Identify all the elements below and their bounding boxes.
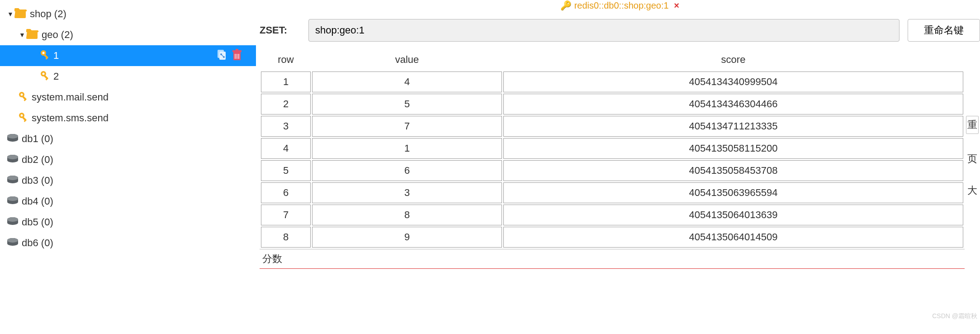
table-row[interactable]: 634054135063965594 (261, 182, 963, 203)
tree-db2[interactable]: db2 (0) (0, 149, 256, 170)
tree-label: 2 (53, 71, 59, 82)
database-icon (6, 217, 19, 228)
tree-key-mail[interactable]: system.mail.send (0, 87, 256, 108)
svg-point-24 (21, 114, 23, 116)
table-cell-score: 4054135064014509 (503, 227, 963, 248)
table-cell-row: 8 (261, 227, 311, 248)
table-cell-value: 6 (312, 160, 502, 181)
table-cell-value: 1 (312, 138, 502, 159)
table-cell-row: 7 (261, 205, 311, 225)
table-cell-value: 7 (312, 116, 502, 137)
database-icon (6, 238, 19, 249)
table-cell-value: 8 (312, 205, 502, 225)
tree-folder-geo[interactable]: ▼ geo (2) (0, 24, 256, 45)
svg-point-28 (7, 134, 18, 138)
table-cell-score: 4054134340999504 (503, 72, 963, 92)
svg-point-1 (43, 52, 45, 54)
tree-label: geo (2) (42, 29, 73, 41)
database-icon (6, 154, 19, 166)
rename-key-button[interactable]: 重命名键 (908, 19, 980, 42)
folder-icon (26, 29, 39, 42)
svg-rect-11 (236, 49, 238, 51)
table-cell-score: 4054134711213335 (503, 116, 963, 137)
key-name-input[interactable] (308, 19, 900, 42)
close-icon[interactable]: × (674, 0, 679, 10)
svg-point-30 (7, 155, 18, 159)
tree-panel: ▼ shop (2) ▼ geo (2) 1 2 (0, 0, 256, 334)
table-header-row[interactable]: row (261, 49, 311, 70)
tree-folder-shop[interactable]: ▼ shop (2) (0, 4, 256, 24)
footer-score-label: 分数 (260, 249, 965, 269)
tree-db5[interactable]: db5 (0) (0, 212, 256, 233)
right-panel: 🔑 redis0::db0::shop:geo:1 × ZSET: 重命名键 r… (256, 0, 980, 334)
tree-label: system.sms.send (32, 112, 109, 124)
table-header-score[interactable]: score (503, 49, 963, 70)
caret-down-icon: ▼ (6, 10, 14, 18)
key-type-label: ZSET: (260, 24, 300, 36)
table-cell-row: 5 (261, 160, 311, 181)
table-cell-row: 2 (261, 94, 311, 115)
svg-point-34 (7, 196, 18, 201)
key-icon (40, 49, 51, 62)
tree-db3[interactable]: db3 (0) (0, 170, 256, 191)
side-button-reload[interactable]: 重 (966, 116, 979, 134)
watermark: CSDN @霜暄秋 (932, 312, 977, 320)
database-icon (6, 175, 19, 186)
table-cell-value: 9 (312, 227, 502, 248)
caret-down-icon: ▼ (18, 31, 26, 38)
tree-label: db2 (0) (22, 154, 53, 166)
table-row[interactable]: 254054134346304466 (261, 94, 963, 115)
tab-title: 🔑 redis0::db0::shop:geo:1 × (260, 0, 980, 11)
table-cell-score: 4054135063965594 (503, 182, 963, 203)
svg-point-20 (21, 93, 23, 95)
table-header-value[interactable]: value (312, 49, 502, 70)
table-cell-value: 4 (312, 72, 502, 92)
side-label-size: 大 (967, 184, 977, 197)
database-icon (6, 134, 19, 145)
side-controls: 重 页 大 (965, 48, 980, 334)
table-row[interactable]: 894054135064014509 (261, 227, 963, 248)
key-icon (40, 70, 51, 83)
tree-db6[interactable]: db6 (0) (0, 233, 256, 253)
table-cell-row: 6 (261, 182, 311, 203)
tree-label: db4 (0) (22, 196, 53, 207)
table-cell-score: 4054135058115200 (503, 138, 963, 159)
tree-key-1[interactable]: 1 (0, 45, 256, 66)
table-cell-score: 4054134346304466 (503, 94, 963, 115)
key-icon (18, 91, 29, 104)
table-row[interactable]: 784054135064013639 (261, 205, 963, 225)
svg-point-36 (7, 217, 18, 222)
tree-label: db5 (0) (22, 216, 53, 228)
table-cell-row: 1 (261, 72, 311, 92)
database-icon (6, 196, 19, 207)
tree-key-sms[interactable]: system.sms.send (0, 108, 256, 129)
delete-icon[interactable] (232, 48, 242, 63)
tree-key-2[interactable]: 2 (0, 66, 256, 87)
tree-db4[interactable]: db4 (0) (0, 191, 256, 212)
table-row[interactable]: 374054134711213335 (261, 116, 963, 137)
table-row[interactable]: 564054135058453708 (261, 160, 963, 181)
tree-label: db1 (0) (22, 133, 53, 145)
zset-table: row value score 144054134340999504254054… (260, 48, 965, 249)
table-cell-score: 4054135058453708 (503, 160, 963, 181)
table-cell-value: 5 (312, 94, 502, 115)
table-row[interactable]: 414054135058115200 (261, 138, 963, 159)
copy-icon[interactable] (216, 48, 227, 63)
folder-icon (14, 8, 27, 21)
zset-table-wrap: row value score 144054134340999504254054… (260, 48, 965, 334)
tree-db1[interactable]: db1 (0) (0, 129, 256, 149)
table-cell-row: 3 (261, 116, 311, 137)
svg-point-16 (43, 72, 45, 75)
table-cell-row: 4 (261, 138, 311, 159)
key-icon (18, 112, 29, 125)
side-label-page: 页 (967, 152, 977, 166)
tree-item-actions (216, 48, 242, 63)
key-icon: 🔑 (560, 0, 572, 10)
table-cell-value: 3 (312, 182, 502, 203)
svg-point-32 (7, 176, 18, 180)
tree-label: shop (2) (30, 8, 66, 20)
key-row: ZSET: 重命名键 (260, 19, 980, 42)
tree-label: system.mail.send (32, 91, 109, 103)
svg-point-38 (7, 238, 18, 243)
table-row[interactable]: 144054134340999504 (261, 72, 963, 92)
